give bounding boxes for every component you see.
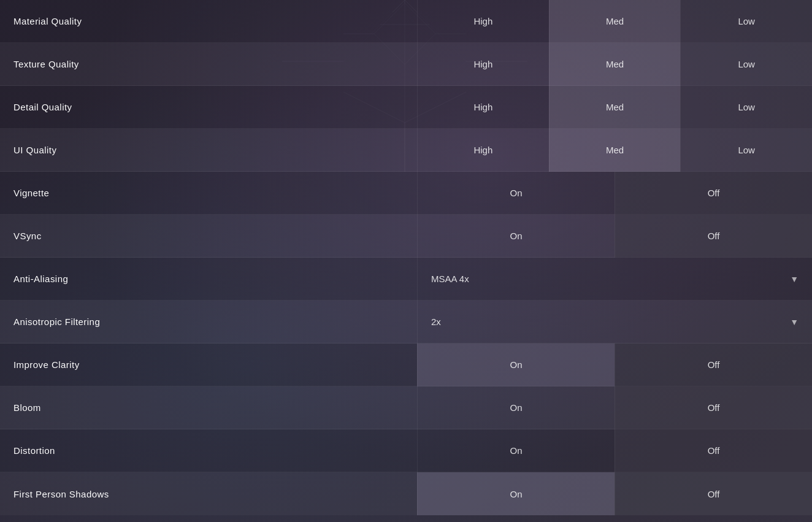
material-quality-low[interactable]: Low xyxy=(680,0,812,43)
ui-quality-high[interactable]: High xyxy=(417,129,549,172)
detail-quality-med[interactable]: Med xyxy=(549,86,681,129)
vsync-off[interactable]: Off xyxy=(615,215,812,258)
distortion-label: Distortion xyxy=(0,445,417,456)
vignette-on[interactable]: On xyxy=(417,172,615,215)
texture-quality-label: Texture Quality xyxy=(0,59,417,69)
vsync-label: VSync xyxy=(0,231,417,241)
improve-clarity-on[interactable]: On xyxy=(417,344,615,386)
vsync-on[interactable]: On xyxy=(417,215,615,258)
bloom-label: Bloom xyxy=(0,402,417,413)
detail-quality-high[interactable]: High xyxy=(417,86,549,129)
material-quality-label: Material Quality xyxy=(0,16,417,26)
ui-quality-label: UI Quality xyxy=(0,145,417,155)
first-person-shadows-on[interactable]: On xyxy=(417,472,615,515)
anisotropic-dropdown[interactable]: 2x ▼ xyxy=(417,301,812,344)
anti-aliasing-dropdown[interactable]: MSAA 4x ▼ xyxy=(417,258,812,301)
detail-quality-label: Detail Quality xyxy=(0,102,417,112)
first-person-shadows-label: First Person Shadows xyxy=(0,489,417,499)
texture-quality-high[interactable]: High xyxy=(417,43,549,86)
texture-quality-row: Texture Quality High Med Low xyxy=(0,43,812,86)
anisotropic-chevron-icon: ▼ xyxy=(790,317,799,327)
ui-quality-med[interactable]: Med xyxy=(549,129,681,172)
anti-aliasing-chevron-icon: ▼ xyxy=(790,274,799,284)
detail-quality-low[interactable]: Low xyxy=(680,86,812,129)
bloom-on[interactable]: On xyxy=(417,386,615,429)
distortion-off[interactable]: Off xyxy=(615,429,812,472)
vignette-off[interactable]: Off xyxy=(615,172,812,215)
anti-aliasing-row: Anti-Aliasing MSAA 4x ▼ xyxy=(0,258,812,301)
anti-aliasing-label: Anti-Aliasing xyxy=(0,274,417,284)
anisotropic-value: 2x xyxy=(431,317,441,327)
bloom-off[interactable]: Off xyxy=(615,386,812,429)
improve-clarity-off[interactable]: Off xyxy=(615,344,812,386)
first-person-shadows-off[interactable]: Off xyxy=(615,472,812,515)
anti-aliasing-value: MSAA 4x xyxy=(431,274,469,284)
anisotropic-row: Anisotropic Filtering 2x ▼ xyxy=(0,301,812,344)
material-quality-row: Material Quality High Med Low xyxy=(0,0,812,43)
bloom-row: Bloom On Off xyxy=(0,386,812,429)
anisotropic-label: Anisotropic Filtering xyxy=(0,317,417,327)
vsync-row: VSync On Off xyxy=(0,215,812,258)
vignette-label: Vignette xyxy=(0,188,417,198)
improve-clarity-label: Improve Clarity xyxy=(0,359,417,370)
material-quality-med[interactable]: Med xyxy=(549,0,681,43)
settings-table: Material Quality High Med Low Texture Qu… xyxy=(0,0,812,515)
ui-quality-row: UI Quality High Med Low xyxy=(0,129,812,172)
material-quality-high[interactable]: High xyxy=(417,0,549,43)
distortion-row: Distortion On Off xyxy=(0,429,812,472)
distortion-on[interactable]: On xyxy=(417,429,615,472)
texture-quality-med[interactable]: Med xyxy=(549,43,681,86)
improve-clarity-row: Improve Clarity On Off xyxy=(0,344,812,386)
first-person-shadows-row: First Person Shadows On Off xyxy=(0,472,812,515)
detail-quality-row: Detail Quality High Med Low xyxy=(0,86,812,129)
texture-quality-low[interactable]: Low xyxy=(680,43,812,86)
vignette-row: Vignette On Off xyxy=(0,172,812,215)
ui-quality-low[interactable]: Low xyxy=(680,129,812,172)
